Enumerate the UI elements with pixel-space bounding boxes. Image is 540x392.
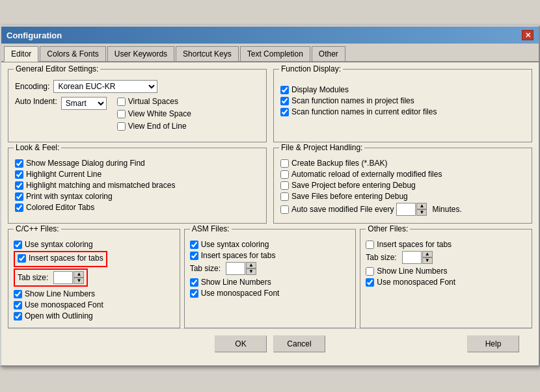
cpp-line-numbers-checkbox[interactable]	[14, 290, 22, 298]
other-line-numbers-checkbox[interactable]	[366, 267, 374, 276]
scan-project-checkbox[interactable]	[280, 97, 289, 105]
fp-checkbox-2[interactable]	[280, 181, 289, 190]
encoding-select[interactable]: Korean EUC-KR	[53, 80, 157, 93]
other-line-numbers-row: Show Line Numbers	[366, 267, 526, 276]
fp-item-1: Automatic reload of externally modified …	[280, 170, 525, 179]
asm-insert-spaces-checkbox[interactable]	[190, 252, 198, 260]
asm-syntax-row: Use syntax coloring	[190, 240, 351, 249]
cpp-outlining-label: Open with Outlining	[25, 311, 93, 320]
close-button[interactable]: ✕	[522, 30, 533, 40]
other-monospaced-row: Use monospaced Font	[366, 278, 526, 287]
lf-label-2: Highlight matching and mismatched braces	[26, 181, 175, 190]
indent-options: Virtual Spaces View White Space View End…	[117, 97, 191, 133]
lf-checkbox-3[interactable]	[15, 192, 23, 201]
autosave-input[interactable]: 5	[396, 203, 416, 216]
lf-checkbox-1[interactable]	[15, 170, 23, 179]
encoding-row: Encoding: Korean EUC-KR	[15, 80, 260, 93]
other-insert-spaces-checkbox[interactable]	[366, 241, 374, 249]
cpp-panel-title: C/C++ Files:	[14, 224, 61, 233]
auto-indent-select[interactable]: Smart	[61, 97, 107, 110]
asm-tab-spinbox: 4 ▲ ▼	[226, 262, 256, 275]
asm-syntax-checkbox[interactable]	[190, 241, 198, 249]
asm-tab-spin-down[interactable]: ▼	[246, 268, 256, 275]
view-eol-row: View End of Line	[117, 122, 191, 131]
fp-checkbox-1[interactable]	[280, 170, 289, 179]
three-panels-section: C/C++ Files: Use syntax coloring Insert …	[8, 229, 532, 328]
cpp-line-numbers-row: Show Line Numbers	[14, 289, 174, 298]
function-display-title: Function Display:	[279, 64, 343, 73]
virtual-spaces-row: Virtual Spaces	[117, 97, 191, 106]
scan-project-label: Scan function names in project files	[291, 96, 414, 105]
other-monospaced-label: Use monospaced Font	[377, 278, 455, 287]
file-project-title: File & Project Handling:	[279, 143, 364, 152]
tab-user-keywords[interactable]: User Keywords	[107, 46, 174, 61]
view-whitespace-checkbox[interactable]	[117, 110, 126, 118]
cpp-files-panel: C/C++ Files: Use syntax coloring Insert …	[8, 229, 180, 328]
cpp-tab-input[interactable]: 4	[53, 271, 73, 284]
help-button[interactable]: Help	[467, 335, 519, 352]
cancel-button[interactable]: Cancel	[273, 335, 325, 352]
lf-checkbox-4[interactable]	[15, 203, 23, 212]
file-project-panel: File & Project Handling: Create Backup f…	[273, 148, 532, 224]
other-monospaced-checkbox[interactable]	[366, 278, 374, 287]
autosave-checkbox[interactable]	[280, 205, 289, 214]
lf-label-3: Print with syntax coloring	[26, 192, 113, 201]
cpp-monospaced-label: Use monospaced Font	[25, 300, 103, 309]
cpp-tab-size-row: Tab size: 4 ▲ ▼	[14, 268, 88, 287]
other-insert-spaces-label: Insert spaces for tabs	[377, 240, 452, 249]
asm-line-numbers-row: Show Line Numbers	[190, 278, 351, 287]
fp-checkbox-3[interactable]	[280, 192, 289, 201]
tab-text-completion[interactable]: Text Completion	[240, 46, 310, 61]
cpp-tab-spinbox: 4 ▲ ▼	[53, 271, 84, 284]
cpp-insert-spaces-label: Insert spaces for tabs	[29, 254, 103, 263]
other-tab-input[interactable]: 4	[402, 251, 422, 264]
other-tab-spin-up[interactable]: ▲	[422, 251, 433, 257]
fp-checkbox-0[interactable]	[280, 159, 289, 168]
view-eol-checkbox[interactable]	[117, 122, 126, 131]
autosave-spin-buttons: ▲ ▼	[416, 203, 427, 216]
lf-checkbox-0[interactable]	[15, 159, 23, 168]
other-insert-spaces-row: Insert spaces for tabs	[366, 240, 526, 249]
auto-indent-row: Auto Indent: Smart Virtual Spaces Vi	[15, 97, 260, 133]
asm-monospaced-row: Use monospaced Font	[190, 289, 351, 298]
asm-line-numbers-checkbox[interactable]	[190, 278, 198, 287]
tab-shortcut-keys[interactable]: Shortcut Keys	[176, 46, 239, 61]
function-display-panel: Function Display: Display Modules Scan f…	[273, 69, 532, 142]
ok-button[interactable]: OK	[215, 335, 267, 352]
asm-tab-input[interactable]: 4	[226, 262, 245, 275]
cpp-syntax-label: Use syntax coloring	[25, 240, 93, 249]
footer-center-buttons: OK Cancel	[215, 335, 325, 352]
title-bar: Configuration ✕	[1, 27, 539, 44]
lf-checkbox-2[interactable]	[15, 181, 23, 190]
lf-label-0: Show Message Dialog during Find	[26, 159, 145, 168]
cpp-insert-spaces-highlighted: Insert spaces for tabs	[14, 251, 107, 267]
autosave-spin-down[interactable]: ▼	[416, 209, 427, 216]
middle-section: Look & Feel: Show Message Dialog during …	[8, 148, 532, 224]
tab-editor[interactable]: Editor	[4, 46, 38, 62]
other-line-numbers-label: Show Line Numbers	[377, 267, 447, 276]
asm-monospaced-checkbox[interactable]	[190, 289, 198, 298]
minutes-label: Minutes.	[432, 205, 461, 214]
cpp-insert-spaces-checkbox[interactable]	[18, 254, 26, 263]
cpp-syntax-checkbox[interactable]	[14, 241, 22, 249]
cpp-line-numbers-label: Show Line Numbers	[25, 289, 95, 298]
fp-label-3: Save Files before entering Debug	[291, 192, 408, 201]
look-feel-title: Look & Feel:	[14, 143, 61, 152]
other-tab-spin-buttons: ▲ ▼	[422, 251, 433, 264]
tab-colors-fonts[interactable]: Colors & Fonts	[40, 46, 105, 61]
virtual-spaces-checkbox[interactable]	[117, 98, 126, 106]
tab-other[interactable]: Other	[312, 46, 345, 61]
autosave-label: Auto save modified File every	[291, 205, 394, 214]
cpp-tab-spin-up[interactable]: ▲	[74, 271, 84, 278]
cpp-tab-spin-down[interactable]: ▼	[74, 278, 84, 284]
scan-editor-checkbox[interactable]	[280, 108, 289, 116]
autosave-spin-up[interactable]: ▲	[416, 203, 427, 209]
cpp-monospaced-checkbox[interactable]	[14, 301, 22, 309]
cpp-outlining-checkbox[interactable]	[14, 312, 22, 320]
window-title: Configuration	[7, 31, 62, 40]
other-tab-spin-down[interactable]: ▼	[422, 257, 433, 264]
display-modules-row: Display Modules	[280, 85, 525, 94]
display-modules-checkbox[interactable]	[280, 86, 289, 94]
asm-tab-spin-up[interactable]: ▲	[246, 262, 256, 268]
view-whitespace-row: View White Space	[117, 109, 191, 118]
